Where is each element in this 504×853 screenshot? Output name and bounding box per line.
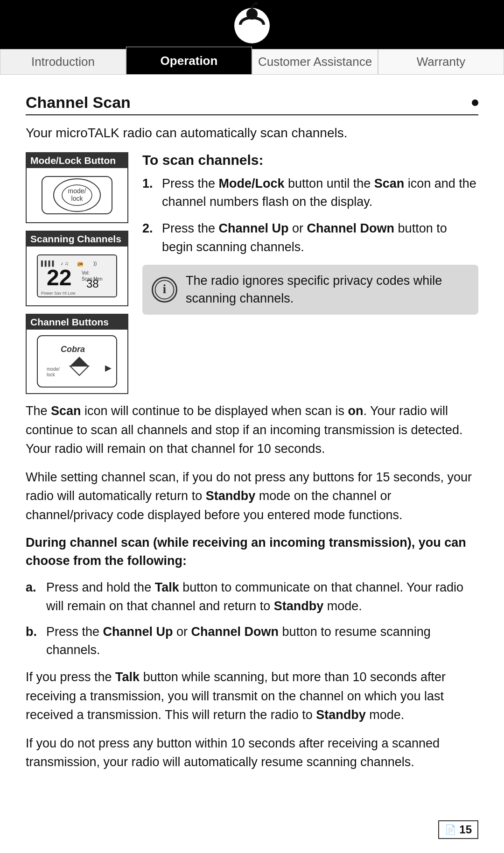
note-text: The radio ignores specific privacy codes…: [186, 272, 469, 308]
svg-marker-21: [70, 357, 89, 366]
body-para-2: While setting channel scan, if you do no…: [26, 468, 478, 525]
scan-heading: To scan channels:: [142, 152, 478, 168]
svg-text:📻: 📻: [77, 260, 84, 267]
body-para-1: The Scan icon will continue to be displa…: [26, 402, 478, 458]
mode-lock-icon: mode/ lock: [33, 172, 121, 219]
mode-lock-label: Mode/Lock Button: [27, 153, 127, 168]
channel-buttons-content: Cobra mode/ lock ▶: [27, 330, 127, 393]
scanning-label: Scanning Channels: [27, 232, 127, 247]
svg-text:Cobra: Cobra: [61, 345, 85, 354]
sub-step-b-label: b.: [26, 623, 40, 659]
sub-step-a-label: a.: [26, 578, 40, 615]
sub-steps: a. Press and hold the Talk button to com…: [26, 578, 478, 659]
sub-step-b: b. Press the Channel Up or Channel Down …: [26, 623, 478, 659]
svg-text:▶: ▶: [105, 363, 112, 373]
svg-text:mode/: mode/: [68, 187, 86, 195]
page-icon: 📄: [445, 824, 456, 835]
channel-buttons-box: Channel Buttons Cobra mode/ lock ▶: [26, 314, 128, 394]
nav-tabs: Introduction Operation Customer Assistan…: [0, 47, 504, 75]
body-para-3: If you press the Talk button while scann…: [26, 668, 478, 725]
channel-buttons-label: Channel Buttons: [27, 315, 127, 330]
svg-text:38: 38: [86, 277, 99, 290]
bold-para: During channel scan (while receiving an …: [26, 534, 478, 570]
svg-text:)): )): [93, 261, 97, 266]
left-images-col: Mode/Lock Button mode/ lock Scanning Cha…: [26, 152, 128, 402]
sub-step-a-text: Press and hold the Talk button to commun…: [46, 578, 478, 615]
sub-step-b-text: Press the Channel Up or Channel Down but…: [46, 623, 478, 659]
scanning-channels-box: Scanning Channels ▌▌▌▌ ♪ ♫ 📻 )) 22 Vol:: [26, 231, 128, 306]
cobra-logo-icon: [231, 2, 273, 44]
mode-lock-content: mode/ lock: [27, 168, 127, 222]
page-number: 15: [459, 823, 472, 836]
two-col-layout: Mode/Lock Button mode/ lock Scanning Cha…: [26, 152, 478, 402]
mode-lock-box: Mode/Lock Button mode/ lock: [26, 152, 128, 223]
step-1-text: Press the Mode/Lock button until the Sca…: [162, 175, 478, 211]
logo: [226, 0, 278, 47]
tab-operation[interactable]: Operation: [126, 47, 252, 75]
note-box: i The radio ignores specific privacy cod…: [142, 265, 478, 315]
info-circle-icon: i: [152, 277, 177, 303]
chapter-title: Channel Scan: [26, 93, 478, 115]
header: Introduction Operation Customer Assistan…: [0, 0, 504, 75]
svg-text:22: 22: [47, 265, 71, 290]
step-2-text: Press the Channel Up or Channel Down but…: [162, 219, 478, 256]
page-number-box: 📄 15: [438, 820, 478, 839]
step-2: 2. Press the Channel Up or Channel Down …: [142, 219, 478, 256]
sub-step-a: a. Press and hold the Talk button to com…: [26, 578, 478, 615]
svg-text:Vol:: Vol:: [82, 270, 90, 275]
tab-introduction[interactable]: Introduction: [0, 49, 126, 75]
title-dot: [472, 99, 478, 106]
intro-text: Your microTALK radio can automatically s…: [26, 124, 478, 142]
main-content: Channel Scan Your microTALK radio can au…: [0, 75, 504, 809]
svg-text:mode/: mode/: [47, 367, 60, 372]
tab-customer-assistance[interactable]: Customer Assistance: [252, 49, 378, 75]
scanning-display-icon: ▌▌▌▌ ♪ ♫ 📻 )) 22 Vol: Scan Men 38 Power: [33, 250, 121, 302]
svg-point-2: [254, 2, 258, 5]
svg-text:Power Sav  Hi Low: Power Sav Hi Low: [41, 291, 76, 296]
scanning-content: ▌▌▌▌ ♪ ♫ 📻 )) 22 Vol: Scan Men 38 Power: [27, 247, 127, 305]
channel-buttons-icon: Cobra mode/ lock ▶: [33, 333, 121, 389]
svg-text:lock: lock: [47, 372, 56, 377]
step-1: 1. Press the Mode/Lock button until the …: [142, 175, 478, 211]
body-para-4: If you do not press any button within 10…: [26, 734, 478, 772]
svg-text:lock: lock: [71, 195, 84, 202]
svg-marker-22: [70, 366, 89, 375]
right-instructions-col: To scan channels: 1. Press the Mode/Lock…: [142, 152, 478, 402]
tab-warranty[interactable]: Warranty: [378, 49, 504, 75]
svg-text:i: i: [163, 282, 167, 296]
